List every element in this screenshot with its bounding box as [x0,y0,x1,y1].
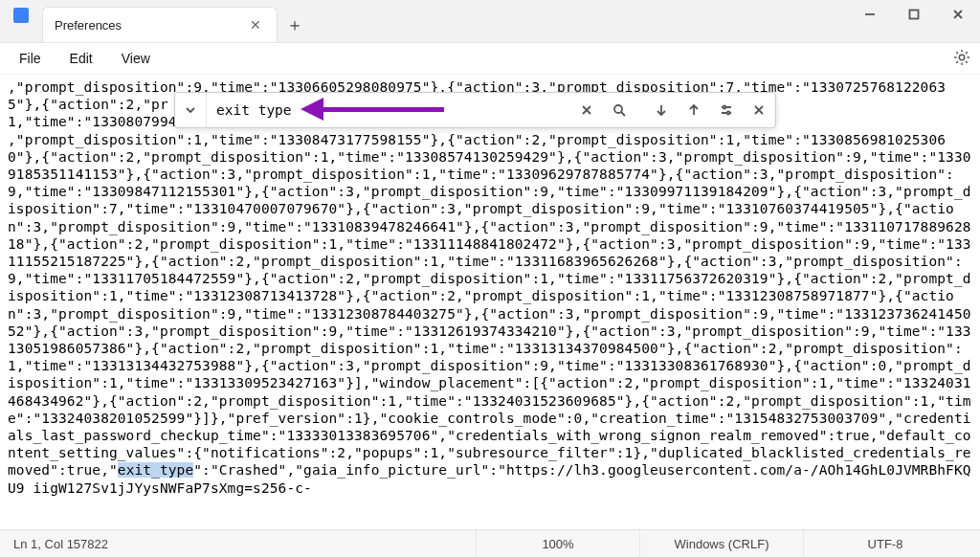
title-bar: Preferences ✕ ＋ [0,0,980,43]
x-icon [580,103,593,117]
status-bar: Ln 1, Col 157822 100% Windows (CRLF) UTF… [0,529,980,557]
find-clear-button[interactable] [570,94,603,126]
app-window: { "title": { "tab_label": "Preferences" … [0,0,980,557]
svg-point-4 [727,112,730,115]
arrow-down-icon [655,103,668,117]
find-options-button[interactable] [710,94,743,126]
search-icon [612,103,626,117]
status-cursor[interactable]: Ln 1, Col 157822 [13,537,108,551]
minimize-icon [863,8,877,21]
svg-point-3 [724,106,726,109]
close-button[interactable] [936,0,980,29]
svg-point-2 [614,105,622,113]
find-expand-toggle[interactable] [175,93,207,127]
tab-strip: Preferences ✕ ＋ [42,0,312,42]
window-controls [848,0,980,29]
tab-preferences[interactable]: Preferences ✕ [42,7,278,42]
find-search-button[interactable] [603,94,635,126]
close-icon [951,8,965,21]
new-tab-button[interactable]: ＋ [278,8,312,42]
settings-button[interactable] [953,49,970,66]
sliders-icon [720,103,733,117]
menu-file[interactable]: File [10,47,51,70]
minimize-button[interactable] [848,0,892,29]
svg-point-1 [959,55,964,59]
status-line-ending[interactable]: Windows (CRLF) [639,530,803,557]
find-bar [174,92,776,128]
find-next-button[interactable] [645,94,678,126]
maximize-icon [907,8,921,21]
maximize-button[interactable] [892,0,936,29]
find-prev-button[interactable] [678,94,710,126]
menu-edit[interactable]: Edit [60,47,102,70]
tab-close-icon[interactable]: ✕ [246,15,265,34]
menu-view[interactable]: View [112,47,160,70]
status-zoom[interactable]: 100% [476,530,639,557]
menu-bar: File Edit View [0,43,980,75]
text-body[interactable]: ,"prompt_disposition":9,"time":"13306605… [0,75,980,528]
app-icon [13,8,29,23]
chevron-down-icon [184,103,197,117]
status-encoding[interactable]: UTF-8 [803,530,967,557]
editor-area[interactable]: ,"prompt_disposition":9,"time":"13306605… [0,75,980,528]
find-close-button[interactable] [743,94,775,126]
text-pre: ,"prompt_disposition":9,"time":"13306605… [8,79,980,478]
arrow-up-icon [687,103,701,117]
search-match-highlight: exit_type [118,462,193,478]
find-input[interactable] [207,95,570,125]
close-icon [752,103,766,117]
tab-label: Preferences [55,18,122,33]
svg-rect-0 [910,11,919,19]
gear-icon [953,49,970,66]
